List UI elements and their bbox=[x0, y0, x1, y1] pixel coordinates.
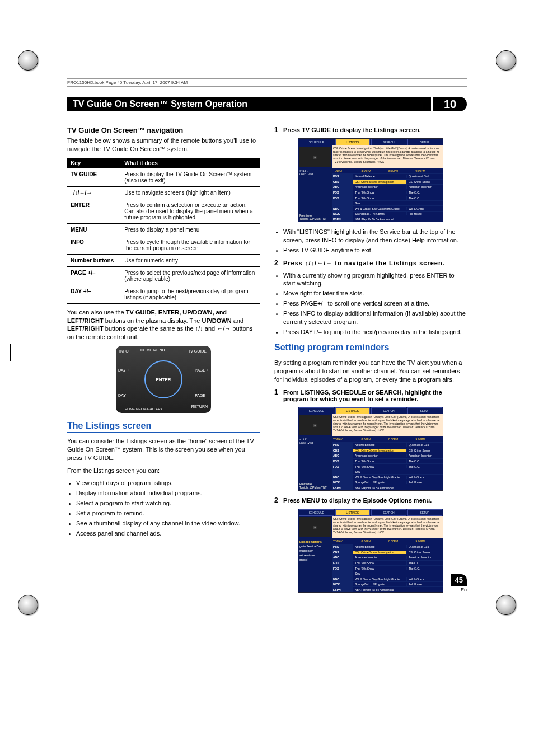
table-row: ENTERPress to confirm a selection or exe… bbox=[67, 199, 260, 223]
page-number-badge: 45 bbox=[451, 574, 467, 586]
guide-row: ABCAmerican InventorAmerican Inventor bbox=[332, 453, 443, 458]
listings-screen-heading: The Listings screen bbox=[67, 421, 260, 433]
registration-marker-bottom-left bbox=[18, 595, 38, 615]
enter-button-label: ENTER bbox=[156, 377, 171, 382]
reminders-intro: By setting a program reminder you can ha… bbox=[274, 359, 467, 384]
guide-row: ESPNNBA Playoffs To Be Announced bbox=[332, 586, 443, 592]
table-row: ↑/↓/←/→Use to navigate screens (highligh… bbox=[67, 186, 260, 199]
guide-row: ABCAmerican InventorAmerican Inventor bbox=[332, 184, 443, 190]
table-row: DAY +/–Press to jump to the next/previou… bbox=[67, 285, 260, 303]
crop-mark-right bbox=[515, 344, 533, 361]
guide-row: NBCWill & Grace: Say Goodnight GracieWil… bbox=[332, 205, 443, 211]
guide-row: Saw bbox=[332, 200, 443, 206]
after-table-text: You can also use the TV GUIDE, ENTER, UP… bbox=[67, 308, 260, 341]
guide-row: NICKSpongeBob… / RugratsFull House bbox=[332, 581, 443, 587]
guide-row: ABCAmerican InventorAmerican Inventor bbox=[332, 555, 443, 560]
table-row: PAGE +/–Press to select the previous/nex… bbox=[67, 266, 260, 285]
list-item: See a thumbnail display of any channel i… bbox=[76, 519, 260, 528]
list-item: Display information about individual pro… bbox=[76, 489, 260, 497]
step-1-bullets: With "LISTINGS" highlighted in the Servi… bbox=[274, 228, 467, 255]
episode-option: Episode Options bbox=[299, 539, 331, 544]
step-2-bullets: With a currently showing program highlig… bbox=[274, 271, 467, 336]
listings-from: From the Listings screen you can: bbox=[67, 467, 260, 475]
list-item: With "LISTINGS" highlighted in the Servi… bbox=[283, 228, 467, 245]
remote-illustration: INFO HOME MENU TV GUIDE DAY + DAY – PAGE… bbox=[116, 346, 211, 413]
table-row: TV GUIDEPress to display the TV Guide On… bbox=[67, 168, 260, 187]
guide-row: CBSCSI: Crime Scene InvestigationCSI Cri… bbox=[332, 448, 443, 453]
step-2: 2 Press ↑/↓/←/→ to navigate the Listings… bbox=[274, 259, 467, 267]
list-item: With a currently showing program highlig… bbox=[283, 271, 467, 288]
setting-reminders-heading: Setting program reminders bbox=[274, 342, 467, 354]
table-row: MENUPress to display a panel menu bbox=[67, 223, 260, 236]
listings-intro: You can consider the Listings screen as … bbox=[67, 437, 260, 462]
guide-row: FOXThat '70s ShowThe O.C. bbox=[332, 195, 443, 200]
guide-row: NBCWill & Grace: Say Goodnight GracieWil… bbox=[332, 474, 443, 480]
list-item: Press INFO to display additional informa… bbox=[283, 309, 467, 326]
page-footer: 45 En bbox=[451, 574, 467, 593]
list-item: Select a program to start watching. bbox=[76, 499, 260, 508]
nav-heading: TV Guide On Screen™ navigation bbox=[67, 126, 260, 134]
table-row: Number buttonsUse for numeric entry bbox=[67, 254, 260, 266]
episode-option: go to Service Bar bbox=[299, 544, 331, 548]
listings-bullet-list: View eight days of program listings.Disp… bbox=[67, 479, 260, 537]
nav-intro: The table below shows a summary of the r… bbox=[67, 137, 260, 153]
guide-row: Saw bbox=[332, 571, 443, 576]
guide-row: FOXThat '70s ShowThe O.C. bbox=[332, 458, 443, 464]
guide-row: PBSNatural BalanceQuestion of God bbox=[332, 173, 443, 179]
running-header: PRO1150HD.book Page 45 Tuesday, April 17… bbox=[67, 78, 467, 87]
guide-row: NICKSpongeBob… / RugratsFull House bbox=[332, 211, 443, 217]
listings-screenshot-2: SCHEDULE LISTINGS SEARCH SETUP ▣ CSI: Cr… bbox=[298, 407, 443, 491]
guide-row: PBSNatural BalanceQuestion of God bbox=[332, 544, 443, 550]
registration-marker-top-left bbox=[18, 50, 38, 71]
options-screenshot: SCHEDULE LISTINGS SEARCH SETUP ▣ CSI: Cr… bbox=[298, 509, 443, 593]
registration-marker-bottom-right bbox=[496, 595, 516, 615]
guide-row: ESPNNBA Playoffs To Be Announced bbox=[332, 217, 443, 222]
list-item: Access panel and channel ads. bbox=[76, 529, 260, 538]
episode-option: set reminder bbox=[299, 553, 331, 557]
guide-row: NICKSpongeBob… / RugratsFull House bbox=[332, 480, 443, 485]
guide-row: Saw bbox=[332, 469, 443, 475]
page-title: TV Guide On Screen™ System Operation bbox=[67, 97, 431, 111]
table-head-key: Key bbox=[67, 158, 121, 168]
list-item: Press DAY+/– to jump to the next/previou… bbox=[283, 328, 467, 336]
guide-row: FOXThat '70s ShowThe O.C. bbox=[332, 565, 443, 571]
list-item: Press PAGE+/– to scroll one vertical scr… bbox=[283, 299, 467, 308]
crop-mark-left bbox=[1, 344, 19, 361]
step-1: 1 Press TV GUIDE to display the Listings… bbox=[274, 126, 467, 134]
reminders-step-1: 1 From LISTINGS, SCHEDULE or SEARCH, hig… bbox=[274, 388, 467, 402]
video-window-thumbnail: ▣ bbox=[299, 147, 331, 167]
listings-screenshot-1: SCHEDULE LISTINGS SEARCH SETUP ▣ CSI: Cr… bbox=[298, 138, 443, 222]
list-item: Set a program to remind. bbox=[76, 509, 260, 518]
guide-row: FOXThat '70s ShowThe O.C. bbox=[332, 463, 443, 469]
list-item: View eight days of program listings. bbox=[76, 479, 260, 487]
guide-row: NBCWill & Grace: Say Goodnight GracieWil… bbox=[332, 576, 443, 581]
guide-row: FOXThat '70s ShowThe O.C. bbox=[332, 190, 443, 195]
list-item: Move right for later time slots. bbox=[283, 289, 467, 298]
guide-row: FOXThat '70s ShowThe O.C. bbox=[332, 560, 443, 566]
reminders-step-2: 2 Press MENU to display the Episode Opti… bbox=[274, 496, 467, 504]
episode-option: watch now bbox=[299, 548, 331, 553]
guide-row: CBSCSI: Crime Scene InvestigationCSI Cri… bbox=[332, 550, 443, 555]
episode-option: cancel bbox=[299, 557, 331, 562]
guide-row: PBSNatural BalanceQuestion of God bbox=[332, 442, 443, 448]
table-row: INFOPress to cycle through the available… bbox=[67, 236, 260, 254]
language-label: En bbox=[451, 587, 467, 593]
list-item: Press TV GUIDE anytime to exit. bbox=[283, 246, 467, 255]
chapter-number-badge: 10 bbox=[433, 97, 467, 111]
remote-key-table: Key What it does TV GUIDEPress to displa… bbox=[67, 158, 260, 304]
guide-row: ESPNNBA Playoffs To Be Announced bbox=[332, 485, 443, 490]
table-head-what: What it does bbox=[121, 158, 260, 168]
registration-marker-top-right bbox=[496, 50, 516, 71]
guide-row: CBSCSI: Crime Scene InvestigationCSI Cri… bbox=[332, 179, 443, 185]
